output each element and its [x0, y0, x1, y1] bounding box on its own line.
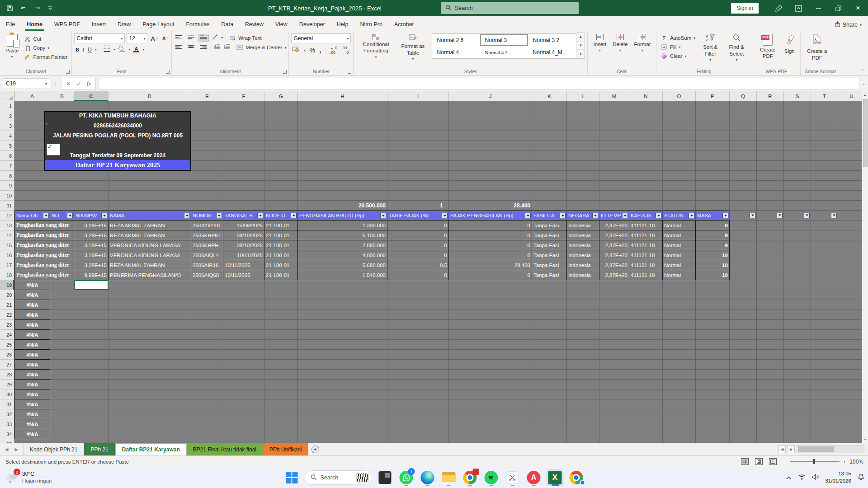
- cell-L19[interactable]: [567, 280, 599, 290]
- ribbon-display-options-icon[interactable]: [788, 0, 808, 16]
- cell-O16[interactable]: Normal: [663, 250, 696, 260]
- cell-L29[interactable]: [567, 380, 599, 389]
- cell-O32[interactable]: [663, 409, 696, 419]
- cell-U24[interactable]: [838, 330, 862, 340]
- row-header-5[interactable]: 5: [0, 141, 14, 151]
- cell-F9[interactable]: [223, 181, 264, 191]
- cell-D14[interactable]: REZA AKMAL ZAHRAN: [108, 230, 191, 240]
- cell-K22[interactable]: [532, 310, 567, 320]
- cell-P3[interactable]: [696, 121, 730, 131]
- cell-I11[interactable]: 1: [387, 201, 449, 211]
- row-header-14[interactable]: 14: [0, 230, 14, 240]
- cell-B31[interactable]: [50, 399, 74, 409]
- cell-U25[interactable]: [838, 340, 862, 350]
- cell-K27[interactable]: [532, 360, 567, 370]
- paste-button[interactable]: Paste▾: [2, 33, 22, 61]
- cell-T28[interactable]: [811, 370, 838, 380]
- cell-E10[interactable]: [191, 191, 223, 201]
- cell-L24[interactable]: [567, 330, 599, 340]
- cell-O24[interactable]: [663, 330, 696, 340]
- cell-R21[interactable]: [757, 300, 784, 310]
- cell-Q16[interactable]: [730, 250, 757, 260]
- cell-I6[interactable]: [387, 151, 449, 161]
- cell-H10[interactable]: [298, 191, 387, 201]
- cell-N8[interactable]: [629, 171, 663, 181]
- cell-A17[interactable]: Penghasilan yang diter: [14, 260, 74, 270]
- cell-F6[interactable]: [223, 151, 264, 161]
- cell-Q4[interactable]: [730, 131, 757, 141]
- zoom-out-icon[interactable]: −: [783, 459, 786, 465]
- cell-T24[interactable]: [811, 330, 838, 340]
- ink-pen-icon[interactable]: [769, 0, 788, 16]
- cell-P25[interactable]: [696, 340, 730, 350]
- cell-F1[interactable]: [223, 101, 264, 111]
- sheet-tab-pph-unifikasi[interactable]: PPh Unifikasi: [263, 443, 308, 455]
- cell-K12[interactable]: FASILITA: [532, 211, 567, 221]
- start-button[interactable]: [283, 469, 301, 486]
- cell-D28[interactable]: [108, 370, 191, 380]
- cell-U19[interactable]: [838, 280, 862, 290]
- horizontal-scrollbar[interactable]: ◀ ▶: [778, 445, 864, 453]
- cell-F31[interactable]: [223, 399, 264, 409]
- cell-A34[interactable]: #N/A: [14, 429, 50, 439]
- cell-H1[interactable]: [298, 101, 387, 111]
- cell-L14[interactable]: Indonesia: [567, 230, 599, 240]
- cell-K26[interactable]: [532, 350, 567, 360]
- cell-L28[interactable]: [567, 370, 599, 380]
- expand-formula-bar-icon[interactable]: ⌄: [862, 82, 865, 86]
- cell-L27[interactable]: [567, 360, 599, 370]
- cell-G23[interactable]: [264, 320, 298, 330]
- cell-R25[interactable]: [757, 340, 784, 350]
- cell-U28[interactable]: [838, 370, 862, 380]
- cell-E15[interactable]: 2505KHPH: [191, 240, 223, 250]
- cell-M20[interactable]: [599, 290, 629, 300]
- cell-U29[interactable]: [838, 380, 862, 389]
- cell-R18[interactable]: [757, 270, 784, 280]
- cell-U18[interactable]: [838, 270, 862, 280]
- cell-O34[interactable]: [663, 429, 696, 439]
- cell-R15[interactable]: [757, 240, 784, 250]
- cell-R27[interactable]: [757, 360, 784, 370]
- gallery-down-icon[interactable]: ▼: [576, 42, 585, 50]
- cell-H33[interactable]: [298, 419, 387, 429]
- cell-G11[interactable]: [264, 201, 298, 211]
- font-color-icon[interactable]: A: [133, 47, 139, 52]
- cell-G4[interactable]: [264, 131, 298, 141]
- cell-C15[interactable]: 3,18E+15: [74, 240, 108, 250]
- cell-P28[interactable]: [696, 370, 730, 380]
- cell-M18[interactable]: 2,87E+20: [599, 270, 629, 280]
- cell-D19[interactable]: [108, 280, 191, 290]
- cell-G5[interactable]: [264, 141, 298, 151]
- gallery-more-icon[interactable]: ⇟: [576, 50, 585, 58]
- file-explorer-icon[interactable]: [440, 469, 458, 486]
- dialog-launcher-icon[interactable]: [166, 70, 170, 74]
- taskbar-search[interactable]: Search: [305, 470, 373, 485]
- cell-J6[interactable]: [449, 151, 532, 161]
- cell-M14[interactable]: 2,87E+20: [599, 230, 629, 240]
- cell-T27[interactable]: [811, 360, 838, 370]
- cell-F11[interactable]: [223, 201, 264, 211]
- cell-S32[interactable]: [784, 409, 811, 419]
- cell-M24[interactable]: [599, 330, 629, 340]
- cell-B9[interactable]: [50, 181, 74, 191]
- cell-E4[interactable]: [191, 131, 223, 141]
- cell-K35[interactable]: [532, 439, 567, 443]
- cell-J20[interactable]: [449, 290, 532, 300]
- cell-M4[interactable]: [599, 131, 629, 141]
- cell-R30[interactable]: [757, 389, 784, 399]
- cell-O15[interactable]: Normal: [663, 240, 696, 250]
- taskbar-clock[interactable]: 13:05 31/01/2026: [825, 470, 851, 484]
- cell-E27[interactable]: [191, 360, 223, 370]
- notification-bell-icon[interactable]: z: [858, 474, 864, 482]
- cell-E32[interactable]: [191, 409, 223, 419]
- filter-button-O[interactable]: [689, 213, 694, 219]
- cell-A13[interactable]: Penghasilan yang diter: [14, 221, 74, 230]
- cell-A11[interactable]: [14, 201, 50, 211]
- cell-F15[interactable]: 08/10/2025: [223, 240, 264, 250]
- zoom-in-icon[interactable]: +: [843, 459, 846, 465]
- cell-Q10[interactable]: [730, 191, 757, 201]
- cell-G13[interactable]: 21-100-01: [264, 221, 298, 230]
- fill-handle[interactable]: [107, 288, 108, 290]
- cell-S35[interactable]: [784, 439, 811, 443]
- cell-A35[interactable]: [14, 439, 50, 443]
